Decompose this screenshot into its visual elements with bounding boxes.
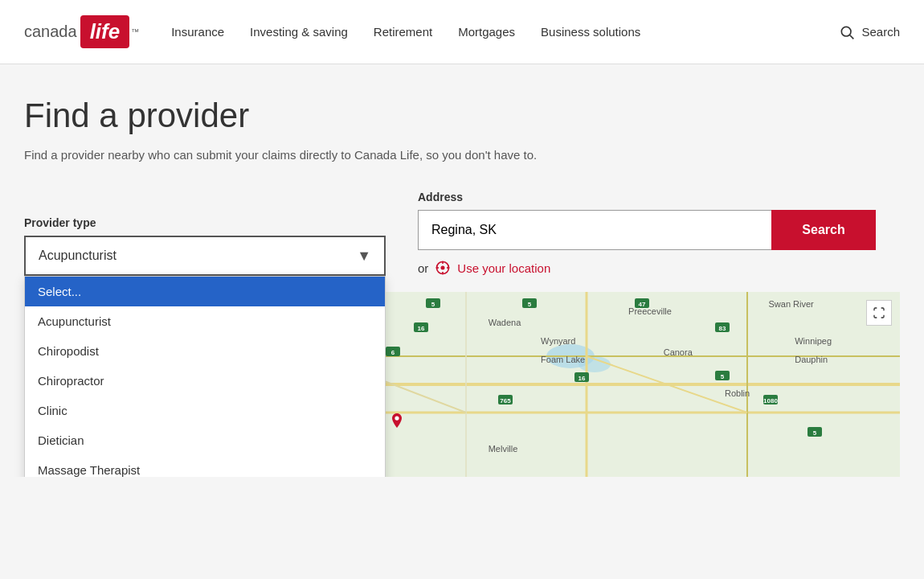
nav-business[interactable]: Business solutions xyxy=(541,25,640,39)
provider-type-group: Provider type Acupuncturist ▼ Select... … xyxy=(24,216,386,276)
svg-point-0 xyxy=(842,27,852,36)
svg-text:16: 16 xyxy=(418,325,425,332)
logo-canada-text: canada xyxy=(24,23,77,41)
dropdown-item-dietician[interactable]: Dietician xyxy=(25,425,385,455)
svg-text:765: 765 xyxy=(500,397,511,404)
dropdown-item-massage[interactable]: Massage Therapist xyxy=(25,455,385,477)
logo-tm: ™ xyxy=(131,27,139,36)
search-icon xyxy=(839,24,855,40)
provider-type-label: Provider type xyxy=(24,216,386,229)
svg-text:47: 47 xyxy=(639,301,646,308)
svg-text:1080: 1080 xyxy=(763,397,778,404)
selected-provider-text: Acupuncturist xyxy=(39,248,117,263)
search-button[interactable]: Search xyxy=(771,210,876,250)
dropdown-arrow-icon: ▼ xyxy=(357,248,371,265)
dropdown-item-select[interactable]: Select... xyxy=(25,277,385,306)
svg-point-48 xyxy=(395,416,399,420)
nav-mortgages[interactable]: Mortgages xyxy=(458,25,515,39)
address-input[interactable] xyxy=(418,210,771,250)
logo-life-text: life xyxy=(80,15,130,48)
provider-type-select[interactable]: Acupuncturist ▼ xyxy=(24,236,386,276)
svg-line-1 xyxy=(850,35,854,39)
page-title: Find a provider xyxy=(24,96,900,135)
svg-text:83: 83 xyxy=(719,325,726,332)
main-content: Find a provider Find a provider nearby w… xyxy=(0,64,924,477)
address-group: Address Search or Use your location xyxy=(418,191,876,276)
svg-text:5: 5 xyxy=(813,429,817,437)
search-form: Provider type Acupuncturist ▼ Select... … xyxy=(24,191,900,276)
address-input-row: Search xyxy=(418,210,876,250)
svg-text:5: 5 xyxy=(528,301,532,308)
provider-select-wrapper: Acupuncturist ▼ Select... Acupuncturist … xyxy=(24,236,386,276)
dropdown-item-chiropodist[interactable]: Chiropodist xyxy=(25,336,385,366)
dropdown-item-clinic[interactable]: Clinic xyxy=(25,396,385,425)
nav-insurance[interactable]: Insurance xyxy=(171,25,224,39)
address-label: Address xyxy=(418,191,876,203)
header-search-label: Search xyxy=(861,25,900,39)
use-location-link[interactable]: Use your location xyxy=(457,261,550,275)
fullscreen-icon xyxy=(873,306,885,319)
location-target-icon xyxy=(435,260,451,276)
use-location-row: or Use your location xyxy=(418,260,876,276)
map-pin xyxy=(387,413,407,433)
nav-retirement[interactable]: Retirement xyxy=(374,25,432,39)
dropdown-item-chiropractor[interactable]: Chiropractor xyxy=(25,366,385,396)
provider-type-dropdown[interactable]: Select... Acupuncturist Chiropodist Chir… xyxy=(24,276,386,477)
or-text: or xyxy=(418,261,428,275)
svg-text:5: 5 xyxy=(431,301,435,308)
svg-text:5: 5 xyxy=(721,373,725,380)
nav-investing[interactable]: Investing & saving xyxy=(250,25,348,39)
svg-point-3 xyxy=(441,266,445,270)
svg-text:16: 16 xyxy=(579,375,586,382)
main-nav: Insurance Investing & saving Retirement … xyxy=(171,25,640,39)
map-fullscreen-button[interactable] xyxy=(866,300,892,326)
svg-text:6: 6 xyxy=(391,349,395,356)
header-left: canada life ™ Insurance Investing & savi… xyxy=(24,15,640,48)
page-subtitle: Find a provider nearby who can submit yo… xyxy=(24,148,900,162)
dropdown-item-acupuncturist[interactable]: Acupuncturist xyxy=(25,306,385,336)
header: canada life ™ Insurance Investing & savi… xyxy=(0,0,924,64)
header-search-button[interactable]: Search xyxy=(839,24,900,40)
logo[interactable]: canada life ™ xyxy=(24,15,139,48)
